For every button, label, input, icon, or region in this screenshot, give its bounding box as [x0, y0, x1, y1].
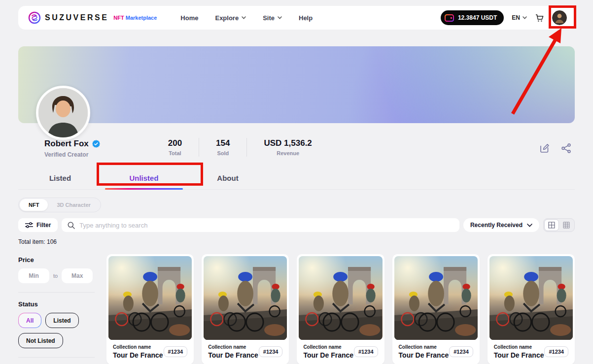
- price-heading: Price: [18, 256, 95, 264]
- nft-title: Tour De France: [303, 351, 353, 359]
- grid-large-view-icon[interactable]: [544, 219, 559, 231]
- collection-label: Collection name: [208, 344, 258, 350]
- grid-small-view-icon[interactable]: [559, 219, 574, 231]
- stat-total: 200 Total: [151, 138, 199, 156]
- token-id-badge: #1234: [449, 346, 473, 357]
- nft-title: Tour De France: [208, 351, 258, 359]
- nav-site[interactable]: Site: [263, 14, 282, 22]
- chevron-down-icon: [242, 16, 246, 19]
- main-nav: Home Explore Site Help: [180, 14, 313, 22]
- profile-summary: Robert Fox Verified Creator 200 Total 15…: [18, 139, 575, 158]
- profile-tabs: Listed Unlisted About: [18, 169, 575, 190]
- nft-image: [394, 256, 478, 340]
- nft-card[interactable]: Collection name Tour De France #1234: [202, 254, 289, 364]
- collection-label: Collection name: [399, 344, 449, 350]
- cart-icon[interactable]: [535, 13, 544, 23]
- status-heading: Status: [18, 300, 95, 308]
- search-icon: [68, 222, 75, 229]
- tab-listed[interactable]: Listed: [18, 169, 102, 189]
- nft-image: [489, 256, 573, 340]
- token-id-badge: #1234: [164, 346, 188, 357]
- nft-title: Tour De France: [494, 351, 544, 359]
- wallet-icon: [445, 14, 454, 22]
- collection-label: Collection name: [113, 344, 163, 350]
- price-min-input[interactable]: [18, 268, 49, 283]
- chevron-down-icon: [527, 224, 532, 227]
- stat-sold: 154 Sold: [199, 138, 246, 156]
- wallet-balance: 12.3847 USDT: [458, 14, 497, 21]
- nft-card[interactable]: Collection name Tour De France #1234: [488, 254, 575, 364]
- chevron-down-icon: [523, 16, 527, 19]
- chevron-down-icon: [278, 16, 282, 19]
- toggle-3d-character[interactable]: 3D Character: [48, 199, 99, 211]
- price-max-input[interactable]: [62, 268, 93, 283]
- toolbar: Filter Recently Received: [18, 218, 575, 232]
- nft-image: [299, 256, 382, 340]
- token-id-badge: #1234: [354, 346, 378, 357]
- nav-help[interactable]: Help: [299, 14, 313, 22]
- view-toggle: [543, 218, 575, 232]
- collection-label: Collection name: [303, 344, 353, 350]
- nft-card[interactable]: Collection name Tour De France #1234: [106, 254, 194, 364]
- share-icon[interactable]: [561, 143, 572, 154]
- creator-stats: 200 Total 154 Sold USD 1,536.2 Revenue: [151, 138, 329, 157]
- creator-badge-label: Verified Creator: [44, 151, 100, 158]
- profile-banner: [18, 46, 575, 123]
- card-row-1: Collection name Tour De France #1234: [106, 254, 575, 364]
- divider: [18, 357, 95, 358]
- edit-profile-icon[interactable]: [539, 143, 550, 154]
- navbar: SUZUVERSE NFT Marketplace Home Explore S…: [18, 6, 575, 30]
- toggle-nft[interactable]: NFT: [20, 199, 48, 211]
- nft-image: [108, 256, 192, 340]
- nft-title: Tour De France: [113, 351, 163, 359]
- creator-avatar[interactable]: [36, 86, 90, 140]
- search-input[interactable]: [79, 222, 453, 229]
- tab-about[interactable]: About: [186, 169, 270, 189]
- nft-card[interactable]: Collection name Tour De France #1234: [392, 254, 480, 364]
- token-id-badge: #1234: [259, 346, 283, 357]
- profile-avatar-button[interactable]: [552, 10, 567, 25]
- sort-dropdown[interactable]: Recently Received: [463, 218, 539, 232]
- status-all-pill[interactable]: All: [18, 313, 41, 328]
- suzuverse-logo-icon: [28, 11, 41, 24]
- asset-type-toggle: NFT 3D Character: [18, 198, 101, 212]
- nav-explore[interactable]: Explore: [215, 14, 246, 22]
- status-listed-pill[interactable]: Listed: [45, 313, 78, 328]
- nft-card[interactable]: Collection name Tour De France #1234: [297, 254, 384, 364]
- nft-title: Tour De France: [399, 351, 449, 359]
- total-items-label: Total item: 106: [18, 238, 575, 245]
- language-selector[interactable]: EN: [512, 14, 527, 21]
- nav-home[interactable]: Home: [180, 14, 198, 22]
- nft-image: [204, 256, 287, 340]
- to-label: to: [53, 273, 58, 279]
- collection-label: Collection name: [494, 344, 544, 350]
- tab-unlisted[interactable]: Unlisted: [102, 169, 186, 189]
- brand-name: SUZUVERSE: [45, 13, 108, 22]
- wallet-balance-button[interactable]: 12.3847 USDT: [441, 10, 504, 25]
- filter-sidebar: Price to Status All Listed Not Listed So…: [18, 254, 95, 364]
- sliders-icon: [25, 222, 33, 228]
- divider: [18, 292, 95, 293]
- status-not-listed-pill[interactable]: Not Listed: [18, 333, 63, 348]
- verified-badge-icon: [92, 140, 100, 148]
- stat-revenue: USD 1,536.2 Revenue: [247, 138, 328, 156]
- brand-logo[interactable]: SUZUVERSE NFT Marketplace: [28, 11, 157, 24]
- token-id-badge: #1234: [544, 346, 568, 357]
- brand-subtitle: NFT Marketplace: [113, 15, 157, 21]
- creator-name: Robert Fox: [44, 139, 89, 149]
- filter-button[interactable]: Filter: [18, 218, 58, 232]
- search-bar[interactable]: [62, 218, 459, 232]
